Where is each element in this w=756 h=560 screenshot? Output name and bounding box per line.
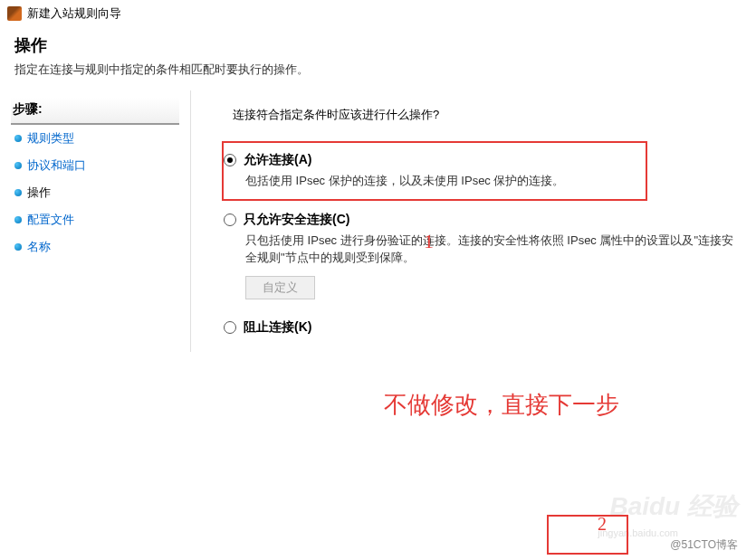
radio-item-block[interactable]: 阻止连接(K) [224, 319, 734, 336]
watermark-main: Baidu 经验 [609, 489, 738, 524]
radio-button[interactable] [224, 214, 236, 226]
question-text: 连接符合指定条件时应该进行什么操作? [213, 107, 734, 123]
footer-watermark: @51CTO博客 [670, 537, 738, 553]
sidebar-item-rule-type[interactable]: 规则类型 [11, 125, 179, 152]
bullet-icon [14, 162, 22, 169]
window-title-bar: 新建入站规则向导 [0, 0, 756, 27]
highlight-box-2 [547, 515, 628, 555]
sidebar-header: 步骤: [11, 98, 179, 125]
sidebar-item-label: 操作 [27, 185, 51, 201]
radio-group: 允许连接(A) 包括使用 IPsec 保护的连接，以及未使用 IPsec 保护的… [213, 141, 734, 336]
highlight-box-1: 允许连接(A) 包括使用 IPsec 保护的连接，以及未使用 IPsec 保护的… [222, 141, 647, 201]
sidebar-item-action[interactable]: 操作 [11, 179, 179, 206]
customize-button: 自定义 [245, 276, 315, 299]
sidebar-item-protocol-port[interactable]: 协议和端口 [11, 152, 179, 179]
page-title: 操作 [14, 34, 742, 56]
sidebar-item-label: 名称 [27, 239, 51, 255]
annotation-instruction: 不做修改，直接下一步 [384, 389, 619, 421]
sidebar-item-profile[interactable]: 配置文件 [11, 206, 179, 233]
radio-item-allow[interactable]: 允许连接(A) 包括使用 IPsec 保护的连接，以及未使用 IPsec 保护的… [224, 152, 636, 190]
radio-description: 只包括使用 IPsec 进行身份验证的连接。连接的安全性将依照 IPsec 属性… [224, 232, 734, 267]
bullet-icon [14, 135, 22, 142]
window-title: 新建入站规则向导 [27, 5, 121, 22]
page-description: 指定在连接与规则中指定的条件相匹配时要执行的操作。 [14, 62, 742, 78]
sidebar-item-label: 规则类型 [27, 130, 74, 147]
annotation-number-2: 2 [598, 514, 607, 535]
sidebar-item-label: 协议和端口 [27, 157, 86, 174]
radio-label: 只允许安全连接(C) [244, 212, 349, 228]
content-panel: 连接符合指定条件时应该进行什么操作? 允许连接(A) 包括使用 IPsec 保护… [190, 90, 756, 352]
wizard-icon [7, 6, 22, 21]
radio-button[interactable] [224, 321, 236, 334]
bullet-icon [14, 189, 22, 196]
radio-button[interactable] [224, 154, 236, 166]
annotation-number-1: 1 [424, 230, 434, 253]
sidebar: 步骤: 规则类型 协议和端口 操作 配置文件 名称 [0, 90, 190, 352]
bullet-icon [14, 216, 22, 223]
radio-label: 阻止连接(K) [244, 319, 311, 336]
radio-item-secure-only[interactable]: 只允许安全连接(C) 只包括使用 IPsec 进行身份验证的连接。连接的安全性将… [224, 212, 734, 299]
radio-description: 包括使用 IPsec 保护的连接，以及未使用 IPsec 保护的连接。 [224, 172, 636, 190]
sidebar-item-label: 配置文件 [27, 212, 74, 228]
header-section: 操作 指定在连接与规则中指定的条件相匹配时要执行的操作。 [0, 27, 756, 90]
bullet-icon [14, 243, 22, 251]
radio-label: 允许连接(A) [244, 152, 311, 168]
sidebar-item-name[interactable]: 名称 [11, 233, 179, 261]
main-container: 步骤: 规则类型 协议和端口 操作 配置文件 名称 连接符合指定条件时应该进行什… [0, 90, 756, 352]
